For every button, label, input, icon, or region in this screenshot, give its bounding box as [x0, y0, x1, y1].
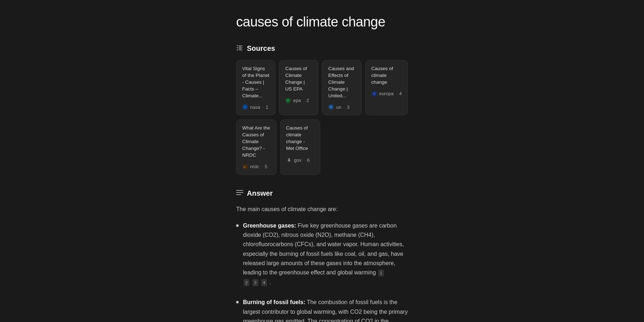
svg-rect-25 — [236, 190, 243, 191]
svg-rect-6 — [237, 49, 238, 50]
answer-item-1: Greenhouse gases: Five key greenhouse ga… — [236, 221, 408, 287]
answer-label: Answer — [247, 189, 273, 197]
source-card-title-6: Causes of climate change - Met Office — [286, 125, 314, 152]
source-card-meta-4: europa · 4 — [371, 91, 402, 97]
svg-rect-26 — [236, 192, 243, 193]
source-card-3[interactable]: Causes and Effects of Climate Change | U… — [322, 60, 361, 115]
source-card-meta-2: epa · 2 — [285, 98, 312, 103]
sources-icon — [236, 44, 243, 53]
source-card-title-3: Causes and Effects of Climate Change | U… — [328, 65, 355, 99]
source-num-1: 1 — [266, 104, 268, 110]
answer-icon — [236, 189, 243, 197]
svg-rect-1 — [239, 45, 243, 46]
source-num-4: 4 — [399, 91, 402, 96]
source-card-2[interactable]: Causes of Climate Change | US EPA epa · … — [279, 60, 318, 115]
source-card-title-2: Causes of Climate Change | US EPA — [285, 65, 312, 93]
svg-rect-2 — [239, 47, 241, 47]
source-site-5: nrdc — [250, 164, 259, 169]
answer-intro: The main causes of climate change are: — [236, 205, 408, 214]
source-card-empty-1 — [324, 119, 364, 175]
main-container: causes of climate change Sources Vital S… — [143, 0, 501, 322]
source-favicon-nasa — [242, 104, 248, 110]
source-card-5[interactable]: What Are the Causes of Climate Change? -… — [236, 119, 277, 175]
svg-rect-0 — [237, 45, 238, 46]
sources-grid-row2: What Are the Causes of Climate Change? -… — [236, 119, 408, 175]
source-num-5: 5 — [265, 164, 267, 169]
source-card-1[interactable]: Vital Signs of the Planet - Causes | Fac… — [236, 60, 275, 115]
source-site-2: epa — [293, 98, 301, 103]
source-favicon-un — [328, 104, 334, 110]
sources-label: Sources — [247, 44, 275, 53]
answer-body-1: Five key greenhouse gases are carbon dio… — [243, 223, 404, 276]
answer-text-2: Burning of fossil fuels: The combustion … — [243, 298, 408, 322]
source-card-4[interactable]: Causes of climate change europa · 4 — [365, 60, 408, 115]
source-card-meta-3: un · 3 — [328, 104, 355, 110]
source-card-empty-2 — [368, 119, 408, 175]
source-num-6: 6 — [307, 157, 309, 163]
svg-rect-4 — [239, 48, 243, 48]
source-card-title-4: Causes of climate change — [371, 65, 402, 86]
source-num-2: 2 — [307, 98, 309, 103]
answer-text-1: Greenhouse gases: Five key greenhouse ga… — [243, 221, 408, 287]
source-favicon-nrdc: N — [242, 164, 248, 170]
svg-rect-3 — [237, 47, 238, 48]
svg-rect-24 — [288, 160, 290, 161]
source-card-meta-6: gov · 6 — [286, 157, 314, 163]
bullet-1 — [236, 224, 239, 227]
svg-rect-5 — [239, 49, 241, 49]
sources-grid-row1: Vital Signs of the Planet - Causes | Fac… — [236, 60, 408, 115]
svg-point-18 — [374, 95, 375, 96]
answer-term-2: Burning of fossil fuels: — [243, 299, 305, 305]
source-site-6: gov — [294, 157, 302, 163]
sources-section-header: Sources — [236, 44, 408, 53]
source-favicon-epa — [285, 98, 291, 103]
source-card-title-5: What Are the Causes of Climate Change? -… — [242, 125, 270, 158]
citation-3[interactable]: 3 — [253, 279, 258, 286]
answer-section-header: Answer — [236, 189, 408, 197]
source-card-title-1: Vital Signs of the Planet - Causes | Fac… — [242, 65, 269, 99]
svg-point-17 — [375, 93, 376, 94]
citation-1[interactable]: 1 — [378, 269, 384, 277]
period-1: . — [269, 279, 271, 285]
source-card-meta-5: N nrdc · 5 — [242, 164, 270, 170]
svg-point-16 — [374, 92, 375, 93]
svg-point-19 — [372, 93, 373, 94]
answer-list: Greenhouse gases: Five key greenhouse ga… — [236, 221, 408, 322]
svg-rect-7 — [239, 50, 243, 50]
source-site-1: nasa — [250, 104, 260, 110]
page-title: causes of climate change — [236, 14, 408, 30]
answer-item-2: Burning of fossil fuels: The combustion … — [236, 298, 408, 322]
citation-4[interactable]: 4 — [261, 279, 267, 286]
svg-rect-27 — [236, 194, 241, 195]
svg-rect-23 — [288, 158, 290, 160]
source-card-meta-1: nasa · 1 — [242, 104, 269, 110]
answer-term-1: Greenhouse gases: — [243, 223, 296, 229]
answer-section: Answer The main causes of climate change… — [236, 189, 408, 322]
svg-point-15 — [374, 93, 375, 94]
source-site-3: un — [336, 104, 341, 110]
source-num-3: 3 — [347, 104, 350, 110]
citation-2[interactable]: 2 — [244, 279, 249, 286]
source-site-4: europa — [379, 91, 394, 96]
bullet-2 — [236, 301, 239, 303]
source-favicon-europa — [371, 91, 377, 97]
source-favicon-gov — [286, 157, 292, 163]
source-card-6[interactable]: Causes of climate change - Met Office go… — [280, 119, 321, 175]
svg-text:N: N — [244, 166, 245, 168]
